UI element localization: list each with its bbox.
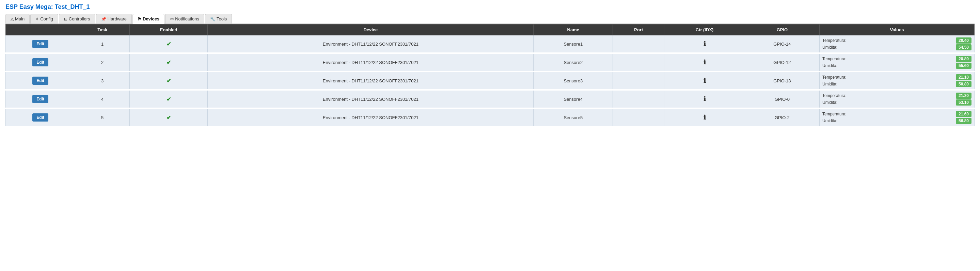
table-body: Edit 1 ✔ Environment - DHT11/12/22 SONOF… (6, 35, 975, 127)
nav-tab-tools[interactable]: 🔧Tools (205, 14, 232, 24)
nav-tab-hardware[interactable]: 📌Hardware (96, 14, 132, 24)
edit-button-2[interactable]: Edit (32, 58, 48, 66)
name-cell: Sensore4 (534, 90, 613, 108)
temp-row: Temperatura: 20.40 (822, 37, 972, 43)
tab-icon-tools: 🔧 (210, 17, 215, 21)
ctr-cell: ℹ (664, 108, 745, 127)
hum-value: 53.10 (956, 99, 972, 105)
hum-label: Umidita: (822, 118, 837, 123)
tab-label-notifications: Notifications (175, 16, 199, 21)
tab-icon-main: △ (11, 17, 14, 21)
info-icon: ℹ (703, 77, 706, 84)
port-cell (613, 53, 664, 72)
device-cell: Environment - DHT11/12/22 SONOFF2301/702… (208, 53, 534, 72)
task-cell: 4 (75, 90, 129, 108)
temp-label: Temperatura: (822, 56, 846, 61)
port-cell (613, 72, 664, 90)
task-cell: 5 (75, 108, 129, 127)
hum-row: Umidita: 56.80 (822, 118, 972, 124)
info-icon: ℹ (703, 59, 706, 66)
hum-value: 54.50 (956, 44, 972, 50)
edit-button-5[interactable]: Edit (32, 113, 48, 121)
col-port: Port (613, 24, 664, 35)
nav-bar: △Main✳Config⊟Controllers📌Hardware⚑Device… (5, 14, 975, 24)
enabled-cell: ✔ (129, 72, 208, 90)
values-cell: Temperatura: 21.60 Umidita: 56.80 (819, 108, 975, 127)
temp-row: Temperatura: 21.10 (822, 74, 972, 80)
task-cell: 2 (75, 53, 129, 72)
enabled-check-icon: ✔ (167, 41, 171, 47)
hum-label: Umidita: (822, 45, 837, 50)
nav-tab-config[interactable]: ✳Config (30, 14, 58, 24)
temp-value: 20.40 (956, 37, 972, 43)
values-cell: Temperatura: 20.80 Umidita: 55.60 (819, 53, 975, 72)
hum-label: Umidita: (822, 63, 837, 68)
enabled-check-icon: ✔ (167, 115, 171, 121)
name-cell: Sensore5 (534, 108, 613, 127)
temp-row: Temperatura: 21.60 (822, 111, 972, 117)
device-cell: Environment - DHT11/12/22 SONOFF2301/702… (208, 35, 534, 53)
gpio-cell: GPIO-0 (745, 90, 819, 108)
edit-button-1[interactable]: Edit (32, 40, 48, 48)
table-row: Edit 4 ✔ Environment - DHT11/12/22 SONOF… (6, 90, 975, 108)
port-cell (613, 35, 664, 53)
tab-icon-config: ✳ (35, 17, 39, 21)
devices-table: Task Enabled Device Name Port Ctr (IDX) … (5, 24, 975, 128)
gpio-cell: GPIO-2 (745, 108, 819, 127)
enabled-check-icon: ✔ (167, 96, 171, 102)
hum-label: Umidita: (822, 100, 837, 105)
col-values: Values (819, 24, 975, 35)
col-enabled: Enabled (129, 24, 208, 35)
edit-button-4[interactable]: Edit (32, 95, 48, 103)
hum-label: Umidita: (822, 82, 837, 86)
tab-label-config: Config (40, 16, 53, 21)
nav-tab-controllers[interactable]: ⊟Controllers (59, 14, 95, 24)
device-cell: Environment - DHT11/12/22 SONOFF2301/702… (208, 108, 534, 127)
col-edit (6, 24, 75, 35)
hum-value: 56.80 (956, 118, 972, 124)
info-icon: ℹ (703, 40, 706, 47)
temp-value: 21.60 (956, 111, 972, 117)
tab-label-hardware: Hardware (108, 16, 127, 21)
table-row: Edit 2 ✔ Environment - DHT11/12/22 SONOF… (6, 53, 975, 72)
name-cell: Sensore3 (534, 72, 613, 90)
tab-label-main: Main (15, 16, 24, 21)
hum-row: Umidita: 54.50 (822, 44, 972, 50)
table-row: Edit 1 ✔ Environment - DHT11/12/22 SONOF… (6, 35, 975, 53)
hum-row: Umidita: 53.10 (822, 99, 972, 105)
temp-label: Temperatura: (822, 75, 846, 80)
tab-label-tools: Tools (216, 16, 227, 21)
enabled-cell: ✔ (129, 108, 208, 127)
ctr-cell: ℹ (664, 53, 745, 72)
temp-label: Temperatura: (822, 93, 846, 98)
col-device: Device (208, 24, 534, 35)
port-cell (613, 108, 664, 127)
name-cell: Sensore1 (534, 35, 613, 53)
col-name: Name (534, 24, 613, 35)
tab-icon-controllers: ⊟ (64, 17, 67, 21)
temp-value: 21.10 (956, 74, 972, 80)
nav-tab-devices[interactable]: ⚑Devices (132, 14, 164, 24)
nav-tab-main[interactable]: △Main (5, 14, 30, 24)
enabled-cell: ✔ (129, 53, 208, 72)
page-title: ESP Easy Mega: Test_DHT_1 (5, 3, 975, 11)
values-cell: Temperatura: 20.40 Umidita: 54.50 (819, 35, 975, 53)
hum-row: Umidita: 50.80 (822, 81, 972, 87)
edit-cell: Edit (6, 90, 75, 108)
temp-label: Temperatura: (822, 112, 846, 116)
ctr-cell: ℹ (664, 35, 745, 53)
hum-row: Umidita: 55.60 (822, 63, 972, 69)
device-cell: Environment - DHT11/12/22 SONOFF2301/702… (208, 90, 534, 108)
port-cell (613, 90, 664, 108)
table-header: Task Enabled Device Name Port Ctr (IDX) … (6, 24, 975, 35)
enabled-cell: ✔ (129, 90, 208, 108)
edit-button-3[interactable]: Edit (32, 77, 48, 85)
enabled-cell: ✔ (129, 35, 208, 53)
ctr-cell: ℹ (664, 72, 745, 90)
temp-row: Temperatura: 21.20 (822, 92, 972, 99)
device-cell: Environment - DHT11/12/22 SONOFF2301/702… (208, 72, 534, 90)
table-row: Edit 5 ✔ Environment - DHT11/12/22 SONOF… (6, 108, 975, 127)
nav-tab-notifications[interactable]: ✉Notifications (165, 14, 204, 24)
name-cell: Sensore2 (534, 53, 613, 72)
temp-label: Temperatura: (822, 38, 846, 43)
